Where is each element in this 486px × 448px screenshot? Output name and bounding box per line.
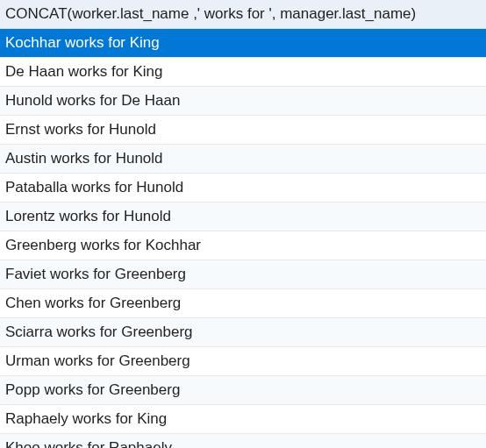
cell-value: Popp works for Greenberg	[0, 376, 486, 405]
table-row[interactable]: Austin works for Hunold	[0, 145, 486, 174]
table-row[interactable]: Hunold works for De Haan	[0, 87, 486, 116]
table-row[interactable]: Sciarra works for Greenberg	[0, 318, 486, 347]
table-row[interactable]: Popp works for Greenberg	[0, 376, 486, 405]
table-row[interactable]: Kochhar works for King	[0, 29, 486, 58]
table-row[interactable]: Pataballa works for Hunold	[0, 174, 486, 203]
cell-value: Pataballa works for Hunold	[0, 174, 486, 203]
cell-value: Sciarra works for Greenberg	[0, 318, 486, 347]
cell-value: Raphaely works for King	[0, 405, 486, 434]
results-table: CONCAT(worker.last_name ,' works for ', …	[0, 0, 486, 448]
table-row[interactable]: De Haan works for King	[0, 58, 486, 87]
table-body: Kochhar works for King De Haan works for…	[0, 29, 486, 449]
cell-value: Lorentz works for Hunold	[0, 203, 486, 231]
table-header-row: CONCAT(worker.last_name ,' works for ', …	[0, 0, 486, 29]
cell-value: Ernst works for Hunold	[0, 116, 486, 145]
table-row[interactable]: Khoo works for Raphaely	[0, 434, 486, 449]
cell-value: Chen works for Greenberg	[0, 289, 486, 318]
cell-value: Kochhar works for King	[0, 29, 486, 58]
cell-value: Austin works for Hunold	[0, 145, 486, 174]
table-row[interactable]: Ernst works for Hunold	[0, 116, 486, 145]
cell-value: Hunold works for De Haan	[0, 87, 486, 116]
table-row[interactable]: Faviet works for Greenberg	[0, 260, 486, 289]
table-row[interactable]: Lorentz works for Hunold	[0, 203, 486, 231]
table-row[interactable]: Raphaely works for King	[0, 405, 486, 434]
cell-value: Urman works for Greenberg	[0, 347, 486, 376]
cell-value: Khoo works for Raphaely	[0, 434, 486, 449]
table-row[interactable]: Greenberg works for Kochhar	[0, 231, 486, 260]
table-row[interactable]: Chen works for Greenberg	[0, 289, 486, 318]
cell-value: De Haan works for King	[0, 58, 486, 87]
cell-value: Greenberg works for Kochhar	[0, 231, 486, 260]
cell-value: Faviet works for Greenberg	[0, 260, 486, 289]
column-header[interactable]: CONCAT(worker.last_name ,' works for ', …	[0, 0, 486, 29]
table-row[interactable]: Urman works for Greenberg	[0, 347, 486, 376]
